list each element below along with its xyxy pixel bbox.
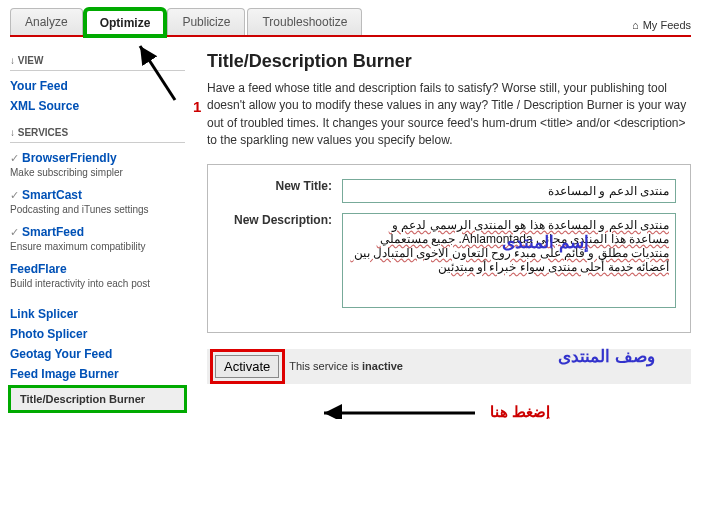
check-icon: ✓ bbox=[10, 152, 19, 164]
input-new-title[interactable] bbox=[342, 179, 676, 203]
svc-smartcast[interactable]: SmartCast bbox=[22, 188, 82, 202]
home-icon: ⌂ bbox=[632, 19, 639, 31]
label-new-title: New Title: bbox=[222, 179, 342, 203]
svc-feed-image[interactable]: Feed Image Burner bbox=[10, 367, 185, 381]
svc-geotag[interactable]: Geotag Your Feed bbox=[10, 347, 185, 361]
sidebar-head-services: ↓ SERVICES bbox=[10, 127, 185, 143]
svc-desc: Ensure maximum compatibility bbox=[10, 241, 185, 252]
tab-publicize[interactable]: Publicize bbox=[167, 8, 245, 35]
svc-desc: Make subscribing simpler bbox=[10, 167, 185, 178]
my-feeds-link[interactable]: ⌂ My Feeds bbox=[632, 19, 691, 35]
activate-button[interactable]: Activate bbox=[215, 355, 279, 378]
check-icon: ✓ bbox=[10, 189, 19, 201]
tab-troubleshoot[interactable]: Troubleshootize bbox=[247, 8, 362, 35]
input-new-description[interactable]: منتدى الدعم و المساعدة هذا هو المنتدى ال… bbox=[342, 213, 676, 308]
sidebar-your-feed[interactable]: Your Feed bbox=[10, 79, 185, 93]
main-content: Title/Description Burner Have a feed who… bbox=[207, 51, 691, 411]
tab-analyze[interactable]: Analyze bbox=[10, 8, 83, 35]
form-box: New Title: New Description: منتدى الدعم … bbox=[207, 164, 691, 333]
svc-feedflare[interactable]: FeedFlare bbox=[10, 262, 67, 276]
svc-desc: Podcasting and iTunes settings bbox=[10, 204, 185, 215]
sidebar-xml-source[interactable]: XML Source bbox=[10, 99, 185, 113]
status-row: Activate This service is inactive bbox=[207, 349, 691, 384]
svc-title-desc-burner-current[interactable]: Title/Description Burner bbox=[10, 387, 185, 411]
sidebar-head-view: ↓ VIEW bbox=[10, 55, 185, 71]
status-text: This service is inactive bbox=[289, 360, 403, 372]
label-new-description: New Description: bbox=[222, 213, 342, 308]
svc-photo-splicer[interactable]: Photo Splicer bbox=[10, 327, 185, 341]
page-intro: Have a feed whose title and description … bbox=[207, 80, 691, 150]
svc-browserfriendly[interactable]: BrowserFriendly bbox=[22, 151, 117, 165]
tab-optimize[interactable]: Optimize bbox=[85, 9, 166, 36]
sidebar: ↓ VIEW Your Feed XML Source ↓ SERVICES ✓… bbox=[10, 51, 185, 411]
svc-desc: Build interactivity into each post bbox=[10, 278, 185, 289]
svc-link-splicer[interactable]: Link Splicer bbox=[10, 307, 185, 321]
check-icon: ✓ bbox=[10, 226, 19, 238]
tab-bar: Analyze Optimize Publicize Troubleshooti… bbox=[10, 8, 691, 37]
page-title: Title/Description Burner bbox=[207, 51, 691, 72]
svc-smartfeed[interactable]: SmartFeed bbox=[22, 225, 84, 239]
